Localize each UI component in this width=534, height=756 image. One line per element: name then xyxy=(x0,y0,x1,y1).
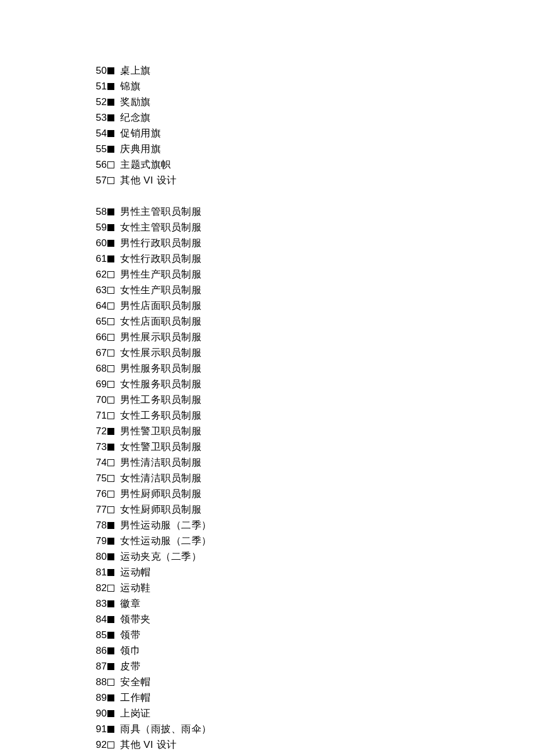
list-item: 79女性运动服（二季） xyxy=(94,533,534,549)
list-item: 64男性店面职员制服 xyxy=(94,298,534,314)
list-item: 78男性运动服（二季） xyxy=(94,517,534,533)
item-label: 庆典用旗 xyxy=(116,141,161,157)
list-item: 76男性厨师职员制服 xyxy=(94,486,534,502)
checkbox-unchecked-icon xyxy=(107,271,116,278)
item-number: 67 xyxy=(94,345,107,361)
item-number: 65 xyxy=(94,314,107,329)
list-item: 59女性主管职员制服 xyxy=(94,219,534,235)
item-label: 女性工务职员制服 xyxy=(116,408,201,423)
item-label: 男性厨师职员制服 xyxy=(116,486,201,502)
item-label: 运动鞋 xyxy=(116,580,151,596)
item-number: 59 xyxy=(94,219,107,235)
checkbox-checked-icon xyxy=(107,208,116,215)
item-number: 66 xyxy=(94,329,107,345)
item-number: 87 xyxy=(94,658,107,674)
item-number: 77 xyxy=(94,502,107,517)
list-item: 85领带 xyxy=(94,627,534,643)
item-label: 领带夹 xyxy=(116,611,151,627)
list-item: 54促销用旗 xyxy=(94,125,534,141)
item-label: 女性店面职员制服 xyxy=(116,314,201,329)
section-gap xyxy=(94,188,534,204)
item-label: 运动夹克（二季） xyxy=(116,549,201,564)
item-number: 57 xyxy=(94,172,107,188)
checkbox-unchecked-icon xyxy=(107,161,116,168)
checkbox-checked-icon xyxy=(107,130,116,137)
checkbox-checked-icon xyxy=(107,616,116,623)
list-item: 58男性主管职员制服 xyxy=(94,204,534,219)
checkbox-checked-icon xyxy=(107,255,116,262)
item-label: 徽章 xyxy=(116,596,140,611)
item-number: 86 xyxy=(94,643,107,658)
item-number: 55 xyxy=(94,141,107,157)
item-list: 50桌上旗51锦旗52奖励旗53纪念旗54促销用旗55庆典用旗56主题式旗帜57… xyxy=(94,63,534,753)
item-label: 女性生产职员制服 xyxy=(116,282,201,298)
list-item: 91雨具（雨披、雨伞） xyxy=(94,721,534,737)
list-item: 50桌上旗 xyxy=(94,63,534,78)
list-item: 71女性工务职员制服 xyxy=(94,408,534,423)
list-item: 88安全帽 xyxy=(94,674,534,690)
item-label: 男性运动服（二季） xyxy=(116,517,212,533)
list-item: 62男性生产职员制服 xyxy=(94,267,534,282)
item-label: 男性行政职员制服 xyxy=(116,235,201,251)
item-number: 89 xyxy=(94,690,107,705)
list-item: 52奖励旗 xyxy=(94,94,534,110)
checkbox-checked-icon xyxy=(107,224,116,231)
item-number: 81 xyxy=(94,564,107,580)
checkbox-unchecked-icon xyxy=(107,475,116,482)
item-number: 74 xyxy=(94,455,107,470)
checkbox-unchecked-icon xyxy=(107,412,116,419)
item-number: 63 xyxy=(94,282,107,298)
item-number: 51 xyxy=(94,78,107,94)
item-number: 71 xyxy=(94,408,107,423)
checkbox-checked-icon xyxy=(107,67,116,74)
item-number: 88 xyxy=(94,674,107,690)
checkbox-checked-icon xyxy=(107,444,116,451)
list-item: 74男性清洁职员制服 xyxy=(94,455,534,470)
checkbox-unchecked-icon xyxy=(107,177,116,184)
list-item: 82运动鞋 xyxy=(94,580,534,596)
checkbox-checked-icon xyxy=(107,694,116,701)
item-label: 领带 xyxy=(116,627,140,643)
item-number: 52 xyxy=(94,94,107,110)
item-label: 男性警卫职员制服 xyxy=(116,423,201,439)
item-number: 50 xyxy=(94,63,107,78)
checkbox-checked-icon xyxy=(107,83,116,90)
checkbox-unchecked-icon xyxy=(107,303,116,309)
list-item: 63女性生产职员制服 xyxy=(94,282,534,298)
item-number: 90 xyxy=(94,705,107,721)
list-item: 73女性警卫职员制服 xyxy=(94,439,534,455)
list-item: 67女性展示职员制服 xyxy=(94,345,534,361)
checkbox-checked-icon xyxy=(107,99,116,106)
checkbox-checked-icon xyxy=(107,647,116,654)
list-item: 68男性服务职员制服 xyxy=(94,361,534,376)
checkbox-unchecked-icon xyxy=(107,365,116,372)
item-number: 61 xyxy=(94,251,107,267)
list-item: 92其他 VI 设计 xyxy=(94,737,534,753)
item-number: 54 xyxy=(94,125,107,141)
item-number: 56 xyxy=(94,157,107,172)
list-item: 77女性厨师职员制服 xyxy=(94,502,534,517)
checkbox-checked-icon xyxy=(107,146,116,153)
checkbox-unchecked-icon xyxy=(107,459,116,466)
item-number: 79 xyxy=(94,533,107,549)
item-label: 主题式旗帜 xyxy=(116,157,171,172)
list-item: 70男性工务职员制服 xyxy=(94,392,534,408)
item-label: 锦旗 xyxy=(116,78,140,94)
list-item: 89工作帽 xyxy=(94,690,534,705)
item-label: 皮带 xyxy=(116,658,140,674)
checkbox-unchecked-icon xyxy=(107,350,116,357)
checkbox-checked-icon xyxy=(107,726,116,733)
item-number: 68 xyxy=(94,361,107,376)
item-label: 促销用旗 xyxy=(116,125,161,141)
checkbox-checked-icon xyxy=(107,632,116,639)
checkbox-unchecked-icon xyxy=(107,318,116,325)
item-label: 男性展示职员制服 xyxy=(116,329,201,345)
item-label: 男性清洁职员制服 xyxy=(116,455,201,470)
list-item: 55庆典用旗 xyxy=(94,141,534,157)
checkbox-unchecked-icon xyxy=(107,506,116,513)
checkbox-unchecked-icon xyxy=(107,287,116,294)
checkbox-unchecked-icon xyxy=(107,585,116,592)
item-number: 83 xyxy=(94,596,107,611)
item-number: 84 xyxy=(94,611,107,627)
checkbox-checked-icon xyxy=(107,710,116,717)
